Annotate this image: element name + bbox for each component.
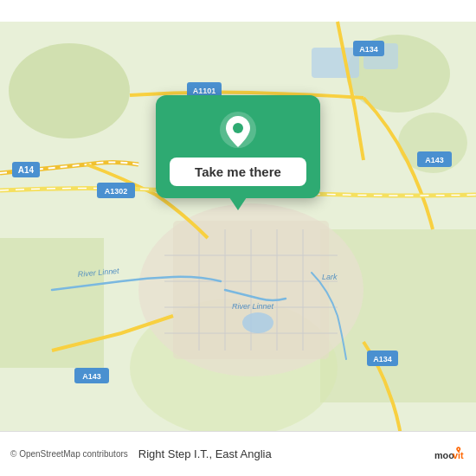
- svg-rect-4: [0, 238, 104, 368]
- svg-point-1: [9, 43, 130, 138]
- svg-rect-7: [312, 48, 359, 78]
- svg-text:A134: A134: [373, 355, 392, 363]
- svg-point-37: [242, 312, 273, 333]
- svg-text:Lark: Lark: [322, 273, 338, 281]
- svg-text:A1101: A1101: [193, 87, 216, 95]
- svg-text:A143: A143: [82, 372, 101, 381]
- svg-text:moo: moo: [434, 449, 454, 460]
- moovit-logo: moo vit: [434, 439, 466, 470]
- location-pin-icon: [219, 111, 257, 149]
- svg-point-42: [458, 448, 460, 450]
- map-container: A14 A1101 A134 A143 A1302 A143 A134 Rive…: [0, 0, 476, 476]
- svg-text:River Linnet: River Linnet: [232, 302, 274, 311]
- svg-text:A1302: A1302: [105, 187, 128, 196]
- popup-card: Take me there: [156, 95, 320, 198]
- copyright-text: © OpenStreetMap contributors: [10, 449, 128, 459]
- bottom-bar: © OpenStreetMap contributors Right Step …: [0, 431, 476, 476]
- take-me-there-button[interactable]: Take me there: [170, 158, 306, 186]
- map-background: A14 A1101 A134 A143 A1302 A143 A134 Rive…: [0, 0, 476, 476]
- location-label: Right Step I.T., East Anglia: [138, 447, 272, 460]
- svg-text:A143: A143: [425, 156, 444, 164]
- moovit-icon: moo vit: [434, 439, 466, 470]
- svg-text:A14: A14: [18, 165, 35, 175]
- svg-text:A134: A134: [359, 45, 378, 54]
- svg-point-39: [233, 123, 243, 133]
